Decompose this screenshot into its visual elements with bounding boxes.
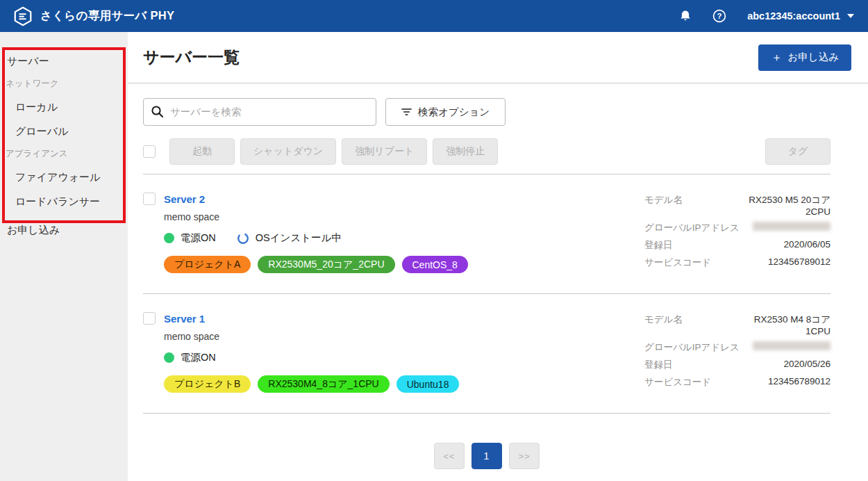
account-menu[interactable]: abc12345:account1 (747, 10, 854, 22)
power-status-label: 電源ON (181, 351, 216, 364)
sidebar: サーバー ネットワーク ローカル グローバル アプライアンス ファイアウォール … (0, 32, 128, 481)
sidebar-item-global[interactable]: グローバル (0, 122, 128, 142)
server-name-link[interactable]: Server 2 (164, 193, 205, 205)
caret-down-icon (847, 14, 854, 18)
service-code-value: 123456789012 (748, 256, 831, 269)
brand-logo-icon (12, 6, 33, 27)
pagination-prev-button[interactable]: << (434, 443, 465, 469)
sidebar-item-server[interactable]: サーバー (0, 51, 128, 72)
service-code-label: サービスコード (644, 376, 740, 389)
help-icon[interactable]: ? (712, 9, 726, 23)
search-input[interactable] (143, 98, 376, 126)
registered-date-value: 2020/05/26 (748, 359, 831, 371)
server-row: Server 1 memo space 電源ON プロジェクトB RX2530M… (143, 294, 831, 414)
global-ip-value (748, 341, 831, 354)
power-on-dot-icon (164, 352, 174, 363)
apply-button-label: お申し込み (787, 51, 839, 64)
tag-pill[interactable]: プロジェクトB (164, 375, 251, 393)
sidebar-item-local[interactable]: ローカル (0, 97, 128, 117)
tag-pill[interactable]: Ubuntu18 (397, 375, 460, 393)
shutdown-button[interactable]: シャットダウン (240, 138, 336, 165)
topbar-right: ? abc12345:account1 (679, 9, 854, 23)
spinner-icon (237, 232, 249, 245)
tag-pill[interactable]: RX2530M5_20コア_2CPU (258, 256, 394, 273)
brand[interactable]: さくらの専用サーバ PHY (12, 6, 174, 27)
server-memo: memo space (164, 331, 459, 342)
page-header: サーバー一覧 ＋ お申し込み (128, 32, 868, 83)
tag-list: プロジェクトB RX2530M4_8コア_1CPU Ubuntu18 (164, 375, 459, 393)
plus-icon: ＋ (771, 52, 782, 63)
server-list-panel: 検索オプション 起動 シャットダウン 強制リブート 強制停止 タグ (128, 83, 868, 481)
bulk-actions-row: 起動 シャットダウン 強制リブート 強制停止 タグ (143, 138, 831, 165)
sidebar-section-network: ネットワーク (0, 74, 128, 93)
tag-button[interactable]: タグ (765, 138, 831, 165)
tag-list: プロジェクトA RX2530M5_20コア_2CPU CentOS_8 (164, 256, 468, 273)
install-status-label: OSインストール中 (256, 231, 342, 245)
global-ip-value (748, 222, 831, 234)
server-memo: memo space (164, 211, 468, 222)
registered-date-label: 登録日 (644, 359, 740, 371)
server-row-left: Server 2 memo space 電源ON OSインストール中 (143, 193, 468, 273)
registered-date-value: 2020/06/05 (748, 239, 831, 252)
install-status: OSインストール中 (237, 231, 342, 245)
server-name-link[interactable]: Server 1 (164, 313, 205, 325)
search-icon (151, 105, 164, 121)
service-code-value: 123456789012 (748, 376, 831, 389)
model-value: RX2530 M4 8コア 1CPU (748, 313, 831, 336)
apply-button[interactable]: ＋ お申し込み (758, 44, 851, 71)
power-on-button[interactable]: 起動 (169, 138, 235, 165)
page-title: サーバー一覧 (143, 47, 240, 68)
power-status-label: 電源ON (181, 231, 216, 245)
tag-pill[interactable]: CentOS_8 (402, 256, 468, 273)
power-status: 電源ON (164, 231, 216, 245)
redacted-ip-blur (753, 222, 831, 231)
power-on-dot-icon (164, 233, 174, 243)
pagination: << 1 >> (143, 443, 831, 469)
service-code-label: サービスコード (644, 256, 740, 269)
tag-pill[interactable]: プロジェクトA (164, 256, 251, 273)
model-value: RX2530 M5 20コア 2CPU (748, 194, 831, 217)
power-action-buttons: 起動 シャットダウン 強制リブート 強制停止 (169, 138, 498, 165)
force-reboot-button[interactable]: 強制リブート (342, 138, 427, 165)
power-status: 電源ON (164, 351, 216, 364)
select-all-checkbox[interactable] (143, 145, 156, 158)
brand-title: さくらの専用サーバ PHY (40, 8, 174, 24)
filter-icon (401, 107, 412, 117)
server-checkbox[interactable] (143, 312, 156, 325)
tag-pill[interactable]: RX2530M4_8コア_1CPU (258, 375, 389, 393)
search-box (143, 98, 376, 126)
model-label: モデル名 (644, 194, 740, 217)
topbar: さくらの専用サーバ PHY ? abc12345:account1 (0, 0, 868, 32)
server-row-left: Server 1 memo space 電源ON プロジェクトB RX2530M… (143, 312, 459, 393)
search-options-label: 検索オプション (418, 106, 490, 119)
server-details: モデル名 RX2530 M5 20コア 2CPU グローバルIPアドレス 登録日… (644, 194, 831, 273)
account-name: abc12345:account1 (747, 10, 840, 22)
svg-text:?: ? (717, 12, 722, 20)
redacted-ip-blur (753, 341, 831, 350)
main-content: サーバー一覧 ＋ お申し込み (128, 32, 868, 481)
global-ip-label: グローバルIPアドレス (644, 222, 740, 234)
sidebar-item-firewall[interactable]: ファイアウォール (0, 168, 128, 188)
pagination-next-button[interactable]: >> (509, 443, 540, 469)
model-label: モデル名 (644, 313, 740, 336)
registered-date-label: 登録日 (644, 239, 740, 252)
server-details: モデル名 RX2530 M4 8コア 1CPU グローバルIPアドレス 登録日 … (644, 313, 831, 393)
search-options-button[interactable]: 検索オプション (385, 98, 506, 126)
server-row: Server 2 memo space 電源ON OSインストール中 (143, 174, 831, 294)
sidebar-item-apply[interactable]: お申し込み (0, 220, 128, 241)
sidebar-item-loadbalancer[interactable]: ロードバランサー (0, 192, 128, 212)
sidebar-section-appliance: アプライアンス (0, 145, 128, 163)
force-stop-button[interactable]: 強制停止 (433, 138, 498, 165)
notification-bell-icon[interactable] (679, 10, 692, 22)
pagination-page-1-button[interactable]: 1 (471, 443, 502, 469)
status-line: 電源ON OSインストール中 (164, 231, 468, 245)
server-checkbox[interactable] (143, 193, 156, 205)
search-row: 検索オプション (143, 98, 831, 126)
status-line: 電源ON (164, 351, 459, 364)
global-ip-label: グローバルIPアドレス (644, 341, 740, 354)
